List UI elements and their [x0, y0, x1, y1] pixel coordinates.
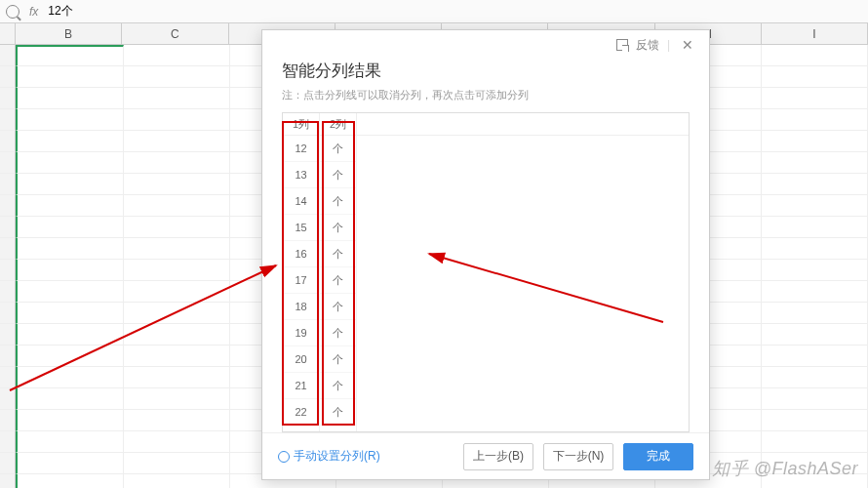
- cell[interactable]: [16, 431, 124, 453]
- cell[interactable]: [124, 324, 230, 346]
- split-col-header[interactable]: 1列: [283, 113, 320, 135]
- cell[interactable]: [124, 174, 230, 195]
- split-cell-col1: 22: [283, 399, 320, 426]
- close-icon[interactable]: ✕: [678, 37, 697, 53]
- row-number: [0, 66, 16, 88]
- cell[interactable]: [16, 367, 124, 388]
- split-cell-col1: 15: [283, 215, 320, 241]
- cell[interactable]: [16, 303, 124, 324]
- cell[interactable]: [16, 195, 124, 217]
- cell[interactable]: [762, 324, 868, 346]
- cell[interactable]: [124, 410, 230, 431]
- feedback-icon: [616, 39, 628, 51]
- cell[interactable]: [124, 131, 230, 152]
- row-number: [0, 238, 16, 260]
- row-number: [0, 367, 16, 388]
- split-col-header[interactable]: 2列: [320, 113, 357, 135]
- cell[interactable]: [16, 388, 124, 410]
- cell[interactable]: [762, 260, 868, 281]
- cell[interactable]: [124, 474, 230, 488]
- split-row: 17个: [283, 267, 689, 294]
- cell[interactable]: [762, 195, 868, 217]
- cell[interactable]: [16, 66, 124, 88]
- cell[interactable]: [124, 45, 230, 66]
- cell[interactable]: [762, 131, 868, 152]
- row-number: [0, 431, 16, 453]
- cell[interactable]: [762, 66, 868, 88]
- cell[interactable]: [762, 238, 868, 260]
- cell[interactable]: [16, 131, 124, 152]
- manual-split-label: 手动设置分列(R): [294, 448, 380, 465]
- cell[interactable]: [124, 195, 230, 217]
- cell[interactable]: [16, 45, 124, 66]
- corner-cell: [0, 23, 16, 44]
- cell[interactable]: [124, 281, 230, 303]
- cell[interactable]: [16, 453, 124, 474]
- cell[interactable]: [124, 453, 230, 474]
- cell[interactable]: [762, 217, 868, 238]
- cell[interactable]: [16, 474, 124, 488]
- split-cell-col1: 23: [283, 426, 320, 432]
- cell[interactable]: [762, 174, 868, 195]
- split-cell-col1: 13: [283, 162, 320, 188]
- cell[interactable]: [16, 410, 124, 431]
- cell[interactable]: [124, 109, 230, 131]
- cell[interactable]: [124, 260, 230, 281]
- cell[interactable]: [762, 303, 868, 324]
- cell[interactable]: [762, 281, 868, 303]
- cell[interactable]: [16, 152, 124, 174]
- cell[interactable]: [124, 367, 230, 388]
- cell[interactable]: [762, 367, 868, 388]
- cell[interactable]: [16, 281, 124, 303]
- cell[interactable]: [762, 109, 868, 131]
- cell[interactable]: [124, 88, 230, 109]
- cell[interactable]: [124, 217, 230, 238]
- cell[interactable]: [16, 324, 124, 346]
- cell[interactable]: [16, 109, 124, 131]
- split-cell-col1: 18: [283, 294, 320, 320]
- cell[interactable]: [762, 431, 868, 453]
- cell[interactable]: [16, 346, 124, 367]
- split-cell-col1: 20: [283, 346, 320, 373]
- cell[interactable]: [762, 346, 868, 367]
- cell[interactable]: [124, 303, 230, 324]
- formula-bar: fx: [0, 0, 868, 23]
- split-preview-table[interactable]: 1列 2列 12个13个14个15个16个17个18个19个20个21个22个2…: [282, 112, 690, 432]
- cell[interactable]: [16, 238, 124, 260]
- prev-button[interactable]: 上一步(B): [463, 443, 533, 470]
- cell[interactable]: [762, 152, 868, 174]
- split-cell-col2: 个: [320, 215, 357, 241]
- split-row: 12个: [283, 136, 689, 162]
- cell[interactable]: [124, 66, 230, 88]
- row-number: [0, 260, 16, 281]
- cell[interactable]: [124, 388, 230, 410]
- feedback-link[interactable]: 反馈: [636, 37, 659, 54]
- cell[interactable]: [762, 88, 868, 109]
- col-header[interactable]: I: [762, 23, 868, 44]
- cell[interactable]: [16, 217, 124, 238]
- cell[interactable]: [762, 388, 868, 410]
- cell[interactable]: [124, 346, 230, 367]
- cell[interactable]: [762, 45, 868, 66]
- col-header[interactable]: B: [16, 23, 122, 44]
- cell[interactable]: [124, 431, 230, 453]
- cell[interactable]: [16, 174, 124, 195]
- formula-input[interactable]: [48, 5, 243, 19]
- row-number: [0, 474, 16, 488]
- split-row: 21个: [283, 373, 689, 399]
- cell[interactable]: [16, 260, 124, 281]
- done-button[interactable]: 完成: [623, 443, 693, 470]
- col-header[interactable]: C: [122, 23, 228, 44]
- split-table-head: 1列 2列: [283, 113, 689, 136]
- manual-split-link[interactable]: 手动设置分列(R): [278, 448, 380, 465]
- cell[interactable]: [124, 238, 230, 260]
- split-cell-col2: 个: [320, 373, 357, 399]
- dialog-footer: 手动设置分列(R) 上一步(B) 下一步(N) 完成: [262, 432, 709, 479]
- next-button[interactable]: 下一步(N): [543, 443, 613, 470]
- cell[interactable]: [16, 88, 124, 109]
- split-row: 18个: [283, 294, 689, 320]
- cell[interactable]: [762, 410, 868, 431]
- row-number: [0, 388, 16, 410]
- split-cell-col2: 个: [320, 162, 357, 188]
- cell[interactable]: [124, 152, 230, 174]
